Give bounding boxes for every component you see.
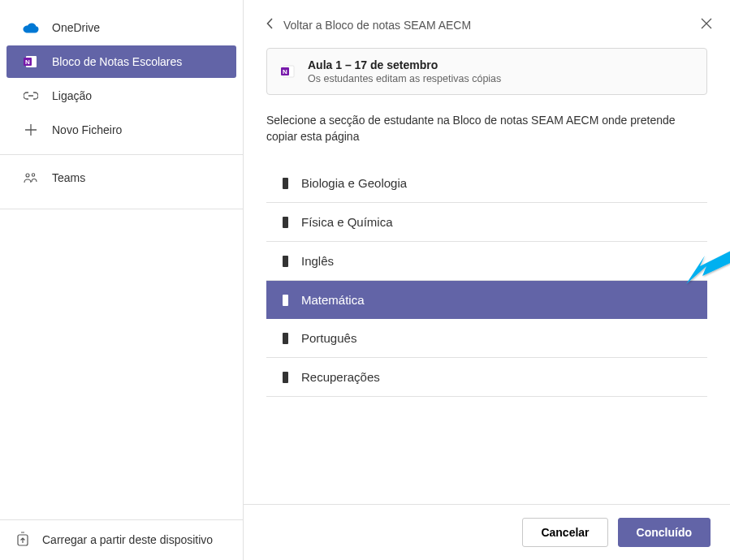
back-label: Voltar a Bloco de notas SEAM AECM xyxy=(283,19,471,32)
section-label: Matemática xyxy=(301,293,365,307)
sidebar-item-class-notebook[interactable]: N Bloco de Notas Escolares xyxy=(6,45,236,78)
cancel-button[interactable]: Cancelar xyxy=(522,518,607,547)
section-item[interactable]: Inglês xyxy=(266,242,707,281)
sidebar-item-teams[interactable]: Teams xyxy=(6,162,236,194)
svg-point-4 xyxy=(32,174,34,176)
section-item[interactable]: Biologia e Geologia xyxy=(266,164,707,203)
plus-icon xyxy=(23,122,39,138)
sidebar-item-link[interactable]: Ligação xyxy=(6,80,236,112)
section-icon xyxy=(283,295,288,306)
section-icon xyxy=(283,217,288,228)
section-item[interactable]: Português xyxy=(266,319,707,358)
section-label: Recuperações xyxy=(301,370,380,384)
section-label: Português xyxy=(301,331,356,345)
section-list: Biologia e Geologia Física e Química Ing… xyxy=(266,164,707,397)
instruction-text: Selecione a secção de estudante na Bloco… xyxy=(266,113,707,144)
assignment-card: N Aula 1 – 17 de setembro Os estudantes … xyxy=(266,48,707,95)
section-label: Biologia e Geologia xyxy=(301,176,407,190)
onenote-icon: N xyxy=(23,54,39,70)
section-icon xyxy=(283,256,288,267)
sidebar-item-label: Bloco de Notas Escolares xyxy=(52,55,182,68)
upload-icon xyxy=(16,532,29,549)
chevron-left-icon xyxy=(266,18,274,32)
section-item-selected[interactable]: Matemática xyxy=(266,281,707,319)
main-panel: Voltar a Bloco de notas SEAM AECM N Aula… xyxy=(244,0,730,560)
done-button[interactable]: Concluído xyxy=(618,518,711,547)
svg-text:N: N xyxy=(25,58,30,66)
onenote-icon: N xyxy=(280,63,296,80)
section-item[interactable]: Recuperações xyxy=(266,358,707,397)
sidebar-item-label: Teams xyxy=(52,171,85,184)
sidebar-item-label: Ligação xyxy=(52,89,92,102)
sidebar-item-label: Novo Ficheiro xyxy=(52,123,122,136)
section-item[interactable]: Física e Química xyxy=(266,203,707,242)
link-icon xyxy=(23,88,39,104)
sidebar-footer-label: Carregar a partir deste dispositivo xyxy=(42,532,213,547)
section-icon xyxy=(283,372,288,383)
sidebar-item-onedrive[interactable]: OneDrive xyxy=(6,11,236,44)
svg-text:N: N xyxy=(283,68,287,75)
back-button[interactable]: Voltar a Bloco de notas SEAM AECM xyxy=(266,18,471,32)
dialog-footer: Cancelar Concluído xyxy=(244,504,730,560)
sidebar: OneDrive N Bloco de Notas Escolares Liga… xyxy=(0,0,244,560)
close-button[interactable] xyxy=(701,18,712,32)
section-label: Inglês xyxy=(301,254,334,268)
card-subtitle: Os estudantes editam as respetivas cópia… xyxy=(308,73,501,84)
svg-point-3 xyxy=(26,174,29,177)
sidebar-upload-device[interactable]: Carregar a partir deste dispositivo xyxy=(0,519,243,560)
sidebar-item-label: OneDrive xyxy=(52,21,100,34)
onedrive-icon xyxy=(23,19,39,36)
section-icon xyxy=(283,178,288,189)
teams-icon xyxy=(23,170,39,186)
section-label: Física e Química xyxy=(301,215,393,229)
section-icon xyxy=(283,333,288,344)
sidebar-item-new-file[interactable]: Novo Ficheiro xyxy=(6,114,236,146)
card-title: Aula 1 – 17 de setembro xyxy=(308,58,501,71)
